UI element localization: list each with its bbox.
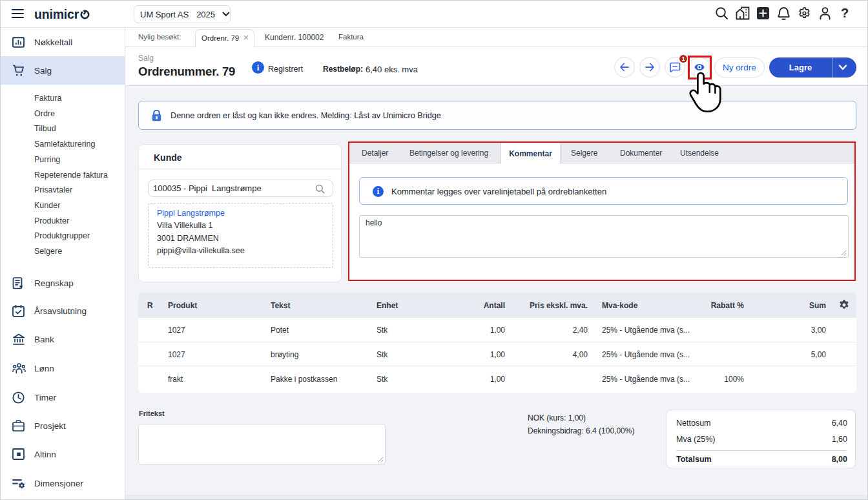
svg-text:?: ? bbox=[841, 6, 849, 20]
